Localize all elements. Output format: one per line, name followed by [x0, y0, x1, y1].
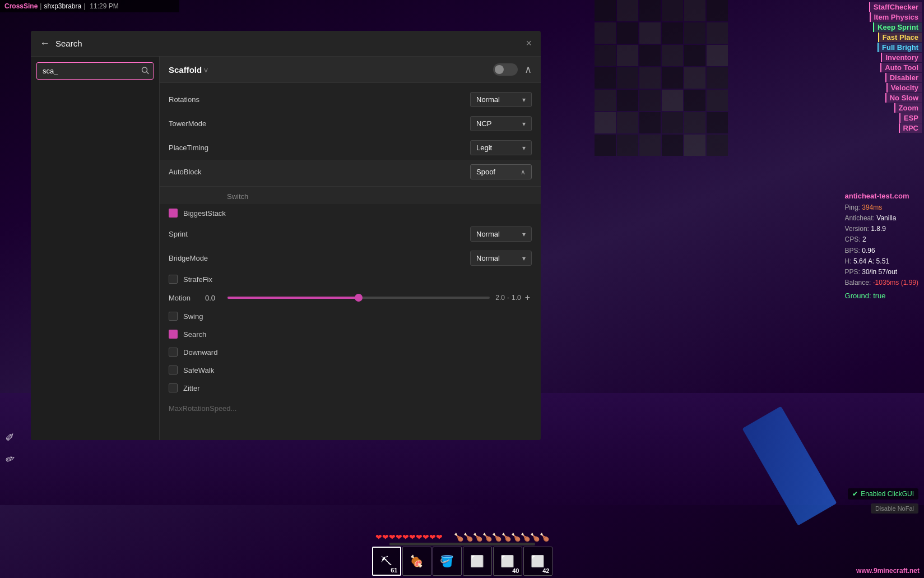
module-noslow: No Slow [885, 93, 922, 103]
module-inventory: Inventory [881, 53, 922, 62]
more-settings-label: MaxRotationSpeed... [169, 404, 532, 413]
placetiming-chevron-icon: ▾ [522, 144, 526, 152]
search-container [36, 62, 154, 80]
food-bar: 🍗🍗🍗🍗🍗🍗🍗🍗🍗🍗 [454, 533, 549, 542]
zitter-label: Zitter [183, 384, 200, 392]
swing-checkbox[interactable] [169, 312, 178, 321]
hotbar-slot-3-icon: 🪣 [440, 554, 454, 568]
motion-slider-track[interactable] [227, 297, 490, 299]
motion-slider-thumb[interactable] [355, 294, 363, 302]
hotbar: ⛏ 61 🍖 🪣 ⬜ ⬜ 40 ⬜ 42 [372, 547, 552, 576]
scaffold-tag: v [204, 66, 208, 74]
hotbar-slot-1-count: 61 [391, 567, 397, 574]
search-icon [141, 66, 149, 74]
hotbar-slot-4[interactable]: ⬜ [463, 547, 492, 576]
stat-balance: Balance: -1035ms (1.99) [845, 278, 918, 288]
sprint-dropdown[interactable]: Normal ▾ [470, 226, 532, 242]
autoblock-dropdown[interactable]: Spoof ∧ [470, 164, 532, 179]
stat-version: Version: 1.8.9 [845, 224, 918, 234]
motion-label: Motion [169, 294, 199, 302]
autoblock-label: AutoBlock [169, 168, 470, 176]
autoblock-header: AutoBlock Spoof ∧ [160, 160, 541, 184]
back-button[interactable]: ← [40, 38, 50, 49]
sprint-row: Sprint Normal ▾ [160, 222, 541, 246]
checkmark-icon: ✔ [852, 490, 858, 498]
autoblock-value: Spoof [476, 168, 495, 176]
towermode-dropdown[interactable]: NCP ▾ [470, 116, 532, 131]
bridgemode-row: BridgeMode Normal ▾ [160, 246, 541, 270]
health-bar: ❤❤❤❤❤❤❤❤❤❤ [375, 533, 443, 542]
hotbar-slot-1[interactable]: ⛏ 61 [372, 547, 401, 576]
rotations-dropdown[interactable]: Normal ▾ [470, 92, 532, 107]
rotations-value: Normal [476, 95, 500, 104]
safewalk-row: SafeWalk [160, 361, 541, 379]
search-icon-button[interactable] [141, 66, 149, 76]
hotbar-slot-5[interactable]: ⬜ 40 [493, 547, 522, 576]
scaffold-enable-toggle[interactable] [493, 63, 518, 76]
hotbar-slot-2[interactable]: 🍖 [402, 547, 431, 576]
downward-label: Downward [183, 348, 217, 357]
watermark: www.9minecraft.net [856, 567, 920, 575]
bridgemode-label: BridgeMode [169, 254, 470, 262]
pencil-icon-2[interactable]: ✏ [3, 451, 17, 467]
zitter-checkbox[interactable] [169, 383, 178, 392]
scaffold-header: Scaffold v ∧ [160, 57, 541, 83]
strafefix-label: StrafeFix [183, 275, 212, 284]
bridgemode-dropdown[interactable]: Normal ▾ [470, 251, 532, 266]
hotbar-slot-2-icon: 🍖 [410, 554, 424, 568]
sprint-value: Normal [476, 230, 500, 238]
rotations-chevron-icon: ▾ [522, 96, 526, 104]
stat-ground: Ground: true [845, 290, 918, 302]
motion-increment-button[interactable]: + [523, 293, 532, 303]
module-keepsprint: Keep Sprint [873, 22, 922, 32]
more-settings-row: MaxRotationSpeed... [160, 397, 541, 419]
hotbar-slot-6[interactable]: ⬜ 42 [523, 547, 552, 576]
strafefix-checkbox[interactable] [169, 275, 178, 284]
safewalk-checkbox[interactable] [169, 366, 178, 374]
stat-cps: CPS: 2 [845, 234, 918, 245]
biggeststack-label: BiggestStack [183, 209, 226, 218]
toggle-knob [495, 65, 504, 74]
hotbar-slot-4-icon: ⬜ [470, 554, 484, 568]
svg-line-1 [147, 72, 149, 74]
xp-bar [389, 543, 535, 545]
username: shxp3brabra [44, 2, 81, 10]
disable-nofal-badge[interactable]: Disable NoFal [871, 503, 918, 514]
autoblock-section: AutoBlock Spoof ∧ Switch [160, 160, 541, 204]
biggeststack-row: BiggestStack [160, 204, 541, 222]
sprint-chevron-icon: ▾ [522, 230, 526, 238]
towermode-chevron-icon: ▾ [522, 120, 526, 128]
bridgemode-value: Normal [476, 254, 500, 262]
site-label: anticheat-test.com [845, 191, 918, 202]
panel-body: Scaffold v ∧ Rotations Normal ▾ [31, 57, 541, 440]
placetiming-dropdown[interactable]: Legit ▾ [470, 140, 532, 155]
biggeststack-indicator [169, 209, 178, 218]
hotbar-slot-5-icon: ⬜ [500, 554, 514, 568]
downward-checkbox[interactable] [169, 348, 178, 357]
scaffold-title: Scaffold [169, 65, 202, 75]
scaffold-collapse-button[interactable]: ∧ [524, 63, 532, 76]
rotations-label: Rotations [169, 95, 470, 104]
stats-box: anticheat-test.com Ping: 394ms Anticheat… [845, 191, 918, 302]
module-zoom: Zoom [894, 103, 922, 113]
panel-title: Search [55, 39, 82, 48]
title-bar: CrossSine | shxp3brabra | 11:29 PM [0, 0, 179, 12]
module-disabler: Disabler [885, 73, 922, 82]
module-list: StaffChecker Item Physics Keep Sprint Fa… [867, 0, 924, 135]
hotbar-slot-3[interactable]: 🪣 [433, 547, 462, 576]
bridgemode-chevron-icon: ▾ [522, 255, 526, 262]
search-input[interactable] [36, 62, 154, 80]
disable-nofal-label: Disable NoFal [875, 505, 914, 512]
swing-label: Swing [183, 312, 203, 321]
xp-bar-container [389, 543, 535, 545]
hotbar-slot-1-icon: ⛏ [381, 555, 392, 568]
module-itemphysics: Item Physics [870, 12, 922, 22]
module-staffchecker: StaffChecker [869, 2, 922, 12]
autoblock-switch-option[interactable]: Switch [160, 189, 541, 204]
close-button[interactable]: × [526, 38, 532, 49]
motion-separator: - [507, 294, 509, 302]
stat-ping: Ping: 394ms [845, 202, 918, 213]
scaffold-toggle-area: ∧ [493, 63, 532, 76]
brand-name: CrossSine [4, 2, 38, 10]
towermode-value: NCP [476, 119, 491, 128]
